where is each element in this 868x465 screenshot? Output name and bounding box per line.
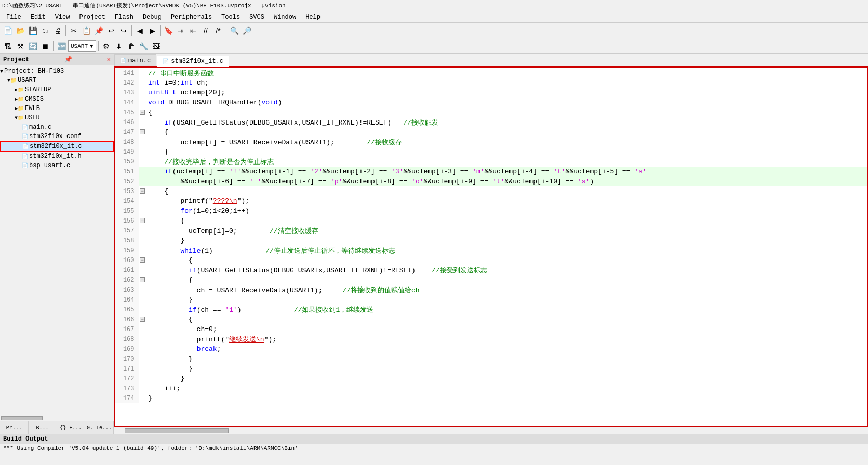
tree-item[interactable]: ▶📁CMSIS [0,94,114,104]
tree-item[interactable]: 📄stm32f10x_conf [0,132,114,141]
download-btn[interactable]: ⬇ [113,40,125,52]
fold-col[interactable] [139,364,146,374]
fold-col[interactable]: − [139,275,146,285]
stop-build-btn[interactable]: ⏹ [39,40,51,52]
print-btn[interactable]: 🖨 [52,25,63,36]
fold-col[interactable] [139,384,146,393]
nav-back-btn[interactable]: ◀ [134,25,145,36]
menu-item-svcs[interactable]: SVCS [245,12,269,22]
save-btn[interactable]: 💾 [27,25,38,36]
fold-col[interactable] [139,354,146,364]
fold-col[interactable]: − [139,255,146,265]
options-btn[interactable]: ⚙ [101,40,112,52]
cut-btn[interactable]: ✂ [68,25,79,36]
build-all-btn[interactable]: 🏗 [2,40,14,52]
tree-item[interactable]: ▶📁FWLB [0,104,114,113]
comment-btn[interactable]: // [200,25,211,36]
sidebar-pin-icon[interactable]: 📌 [64,56,72,63]
hscroll-thumb[interactable] [1,416,43,420]
unindent-btn[interactable]: ⇤ [188,25,199,36]
menu-item-tools[interactable]: Tools [217,12,244,22]
fold-col[interactable] [139,334,146,344]
new-file-btn[interactable]: 📄 [2,25,14,36]
tab-main-c[interactable]: 📄main.c [114,54,156,66]
editor-hscroll[interactable] [114,427,868,434]
save-all-btn[interactable]: 🗂 [39,25,51,36]
image-btn[interactable]: 🖼 [151,40,162,52]
fold-col[interactable]: − [139,127,146,137]
fold-col[interactable] [139,68,146,78]
build-btn[interactable]: ⚒ [15,40,26,52]
tree-item[interactable]: ▼Project: BH-F103 [0,66,114,76]
fold-col[interactable] [139,98,146,107]
code-editor[interactable]: 141// 串口中断服务函数142int i=0;int ch;143uint8… [114,67,868,427]
tree-item[interactable]: ▼📁USER [0,113,114,122]
incr-search-btn[interactable]: 🔎 [241,25,252,36]
fold-col[interactable] [139,206,146,216]
fold-col[interactable] [139,295,146,305]
fold-col[interactable] [139,245,146,255]
find-btn[interactable]: 🔍 [229,25,240,36]
fold-col[interactable]: − [139,314,146,324]
fold-col[interactable] [139,88,146,98]
tree-item[interactable]: ▶📁STARTUP [0,85,114,94]
hscroll-thumb[interactable] [125,428,229,433]
fold-col[interactable] [139,157,146,167]
fold-col[interactable] [139,393,146,403]
open-btn[interactable]: 📂 [15,25,26,36]
tree-item[interactable]: 📄main.c [0,122,114,132]
tree-item[interactable]: 📄bsp_usart.c [0,161,114,170]
menu-item-flash[interactable]: Flash [111,12,138,22]
fold-col[interactable] [139,344,146,354]
fold-col[interactable] [139,167,146,176]
indent-btn[interactable]: ⇥ [175,25,186,36]
bookmark-btn[interactable]: 🔖 [163,25,174,36]
fold-col[interactable] [139,196,146,206]
menu-item-project[interactable]: Project [75,12,109,22]
menu-item-file[interactable]: File [2,12,25,22]
eraseflash-btn[interactable]: 🗑 [126,40,137,52]
undo-btn[interactable]: ↩ [105,25,117,36]
logo-btn[interactable]: 🆕 [56,40,67,52]
menu-item-debug[interactable]: Debug [139,12,166,22]
fold-col[interactable] [139,236,146,245]
sidebar-hscroll[interactable] [0,415,114,421]
sidebar-tab[interactable]: 0. Te... [85,421,114,434]
sidebar-tab[interactable]: Pr... [0,421,29,434]
fold-col[interactable] [139,117,146,127]
settings-btn[interactable]: 🔧 [138,40,150,52]
sidebar-close-icon[interactable]: ✕ [107,56,111,63]
line-row: 168 printf("继续发送\n"); [115,334,867,344]
target-dropdown[interactable]: USART ▼ [68,40,96,52]
menu-item-view[interactable]: View [51,12,74,22]
paste-btn[interactable]: 📌 [93,25,104,36]
menu-item-edit[interactable]: Edit [26,12,50,22]
fold-col[interactable] [139,147,146,157]
nav-fwd-btn[interactable]: ▶ [146,25,158,36]
fold-col[interactable] [139,324,146,334]
tab-stm32f10x_it-c[interactable]: 📄stm32f10x_it.c [157,56,229,67]
fold-col[interactable] [139,285,146,295]
sidebar-tab[interactable]: {} F... [57,421,86,434]
menu-item-window[interactable]: Window [270,12,300,22]
fold-col[interactable] [139,374,146,384]
fold-col[interactable] [139,176,146,186]
tree-item[interactable]: 📄stm32f10x_it.h [0,152,114,161]
rebuild-btn[interactable]: 🔄 [27,40,38,52]
tree-item[interactable]: 📄stm32f10x_it.c [0,141,114,152]
sidebar-tab[interactable]: B... [29,421,57,434]
fold-col[interactable]: − [139,107,146,117]
fold-col[interactable] [139,265,146,275]
uncomment-btn[interactable]: /* [212,25,224,36]
fold-col[interactable] [139,137,146,147]
fold-col[interactable] [139,226,146,236]
menu-item-peripherals[interactable]: Peripherals [167,12,216,22]
fold-col[interactable] [139,78,146,88]
fold-col[interactable]: − [139,186,146,196]
fold-col[interactable] [139,305,146,314]
copy-btn[interactable]: 📋 [81,25,92,36]
tree-item[interactable]: ▼📁USART [0,76,114,85]
fold-col[interactable]: − [139,216,146,226]
redo-btn[interactable]: ↪ [118,25,129,36]
menu-item-help[interactable]: Help [301,12,325,22]
